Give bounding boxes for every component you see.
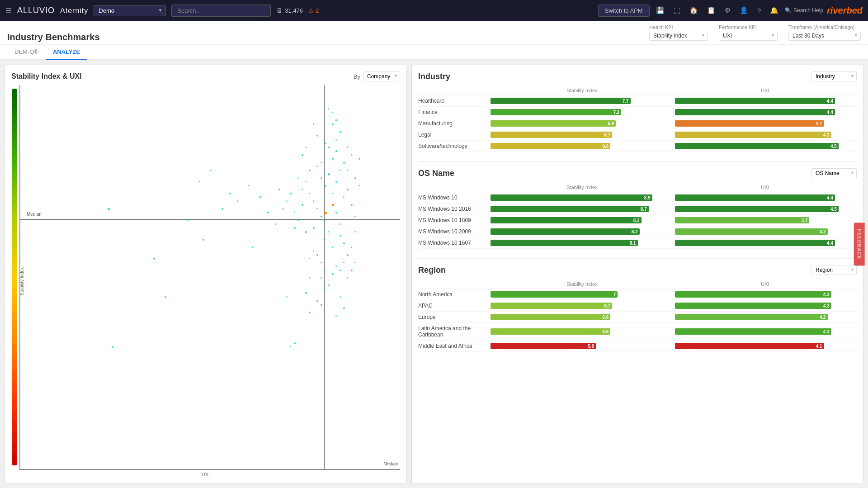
save-icon[interactable]: 💾: [653, 5, 667, 16]
scatter-dot: [354, 262, 356, 263]
bench-name: Europe: [418, 314, 491, 320]
tab-demq[interactable]: DEM-Q®: [7, 45, 46, 60]
performance-kpi-select[interactable]: UXI: [719, 31, 778, 41]
scatter-dot: [321, 216, 322, 218]
region-title: Region: [418, 265, 446, 275]
scatter-panel: Stability Index & UXI By Company Stabili…: [5, 65, 407, 484]
bench-name: Middle East and Africa: [418, 343, 491, 349]
bell-icon[interactable]: 🔔: [767, 5, 781, 16]
scatter-dot: [321, 177, 322, 179]
scatter-dot: [351, 154, 352, 156]
scatter-dot: [332, 273, 334, 275]
scatter-dot: [324, 239, 326, 240]
fullscreen-icon[interactable]: ⛶: [671, 5, 683, 16]
nav-right-controls: Switch to APM 💾 ⛶ 🏠 📋 ⚙ 👤 ? 🔔 🔍 Search H…: [598, 5, 863, 17]
scatter-dot: [286, 200, 288, 202]
tab-analyze[interactable]: ANALYZE: [46, 45, 87, 60]
scatter-dot: [321, 277, 322, 279]
table-row: APAC 6.7 4.3: [418, 300, 857, 312]
table-row: North America 7 4.3: [418, 289, 857, 300]
bench-name: Healthcare: [418, 98, 491, 104]
table-row: MS Windows 10 1607 8.1 4.4: [418, 237, 857, 249]
table-row: MS Windows 10 2016 8.7 4.5: [418, 204, 857, 215]
bench-name: North America: [418, 291, 491, 298]
scatter-dot: [351, 204, 353, 206]
scatter-dot: [359, 185, 360, 186]
hamburger-icon[interactable]: ☰: [5, 6, 12, 15]
industry-select[interactable]: Industry: [811, 71, 857, 81]
os-title: OS Name: [418, 169, 454, 178]
timeframe-control: Timeframe (America/Chicago) Last 30 Days: [788, 24, 861, 41]
brand-sub: Aternity: [60, 7, 88, 14]
search-icon: 🔍: [785, 7, 792, 14]
region-section: Region Region Stability Index UXI North …: [418, 265, 857, 352]
scatter-dot: [354, 177, 356, 179]
scatter-dot: [313, 200, 314, 202]
copy-icon[interactable]: 📋: [704, 5, 718, 16]
user-icon[interactable]: 👤: [737, 5, 751, 16]
monitor-count: 🖥 31,476: [276, 7, 303, 14]
scatter-dot: [340, 131, 341, 133]
scatter-dot: [286, 296, 288, 298]
health-kpi-control: Health KPI Stability Index: [649, 24, 708, 41]
y-axis-label: Stability Index: [19, 267, 24, 295]
scatter-dot: [340, 296, 341, 298]
scatter-dot: [248, 185, 250, 186]
by-select[interactable]: Company: [363, 71, 400, 81]
industry-section: Industry Industry Stability Index UXI He…: [418, 71, 857, 152]
demo-selector[interactable]: Demo: [94, 5, 166, 16]
table-row: Europe 6.6 4.2: [418, 312, 857, 323]
help-icon[interactable]: ?: [755, 5, 764, 16]
by-group: By Company: [354, 71, 400, 81]
table-row: Legal 6.7 4.3: [418, 129, 857, 141]
table-row: Latin America and the Caribbean 6.6 4.3: [418, 323, 857, 341]
timeframe-select[interactable]: Last 30 Days: [788, 31, 861, 41]
scatter-dot: [229, 193, 231, 194]
scatter-dot: [332, 193, 333, 194]
bench-name: Manufacturing: [418, 120, 491, 127]
global-search-input[interactable]: [171, 5, 271, 17]
switch-apm-button[interactable]: Switch to APM: [598, 5, 650, 17]
scatter-dot: [340, 270, 341, 271]
scatter-dot: [359, 158, 360, 160]
scatter-dot: [343, 262, 344, 263]
brand-name: ALLUVIO: [17, 6, 55, 15]
scatter-dot: [108, 208, 110, 210]
health-kpi-select[interactable]: Stability Index: [649, 31, 708, 41]
search-help-link[interactable]: 🔍 Search Help: [785, 7, 823, 14]
scatter-dot: [237, 200, 238, 202]
bench-name: Finance: [418, 109, 491, 115]
scatter-dot: [324, 289, 326, 290]
scatter-dot: [297, 177, 299, 179]
page-title: Industry Benchmarks: [7, 32, 100, 44]
settings-icon[interactable]: ⚙: [722, 5, 733, 16]
bench-name: MS Windows 10 2009: [418, 228, 491, 235]
feedback-button[interactable]: FEEDBACK: [854, 223, 864, 265]
os-col-headers: Stability Index UXI: [418, 183, 857, 192]
demo-select-input[interactable]: Demo: [94, 5, 166, 16]
main-content: Stability Index & UXI By Company Stabili…: [0, 60, 868, 488]
performance-kpi-control: Performance KPI UXI: [719, 24, 778, 41]
os-section: OS Name OS Name Stability Index UXI MS W…: [418, 168, 857, 249]
table-row: Software/technology 6.6 4.5: [418, 141, 857, 152]
right-panel: Industry Industry Stability Index UXI He…: [411, 65, 863, 484]
scatter-dot: [112, 346, 113, 348]
scatter-dot: [321, 304, 322, 306]
home-icon[interactable]: 🏠: [687, 5, 701, 16]
bench-name: Latin America and the Caribbean: [418, 325, 491, 338]
scatter-dot: [210, 170, 212, 171]
scatter-dot: [302, 189, 303, 190]
scatter-dot: [351, 270, 353, 271]
region-select[interactable]: Region: [811, 265, 857, 275]
scatter-dot: [351, 246, 352, 248]
median-right-label: Median: [383, 461, 398, 466]
scatter-dot: [283, 208, 284, 209]
scatter-dot: [305, 147, 307, 148]
scatter-dot: [294, 342, 296, 344]
scatter-dot: [203, 239, 204, 241]
os-select[interactable]: OS Name: [811, 168, 857, 178]
scatter-dot: [354, 231, 356, 232]
scatter-dot: [302, 204, 303, 206]
os-rows: MS Windows 10 8.9 4.4 MS Windows 10 2016…: [418, 192, 857, 249]
bench-name: MS Windows 10 1607: [418, 240, 491, 246]
